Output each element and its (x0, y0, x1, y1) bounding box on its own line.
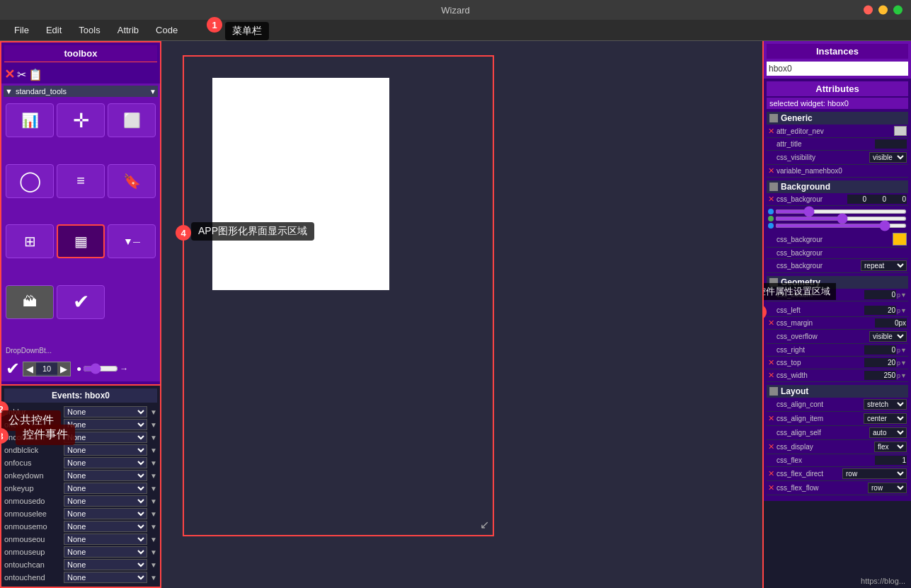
prop-bg-image: css_backgrour (767, 231, 908, 248)
spin-box[interactable]: ◀ 10 ▶ (23, 362, 71, 376)
toggle-attr-editor-nev[interactable] (894, 126, 907, 136)
event-row-onkeydown: onkeydown None ▼ (4, 469, 157, 482)
prop-x-css-display[interactable]: ✕ (768, 442, 777, 451)
prop-x-css-top[interactable]: ✕ (768, 358, 777, 367)
tool-list[interactable]: ≡ (57, 164, 105, 198)
event-select-onmouselee[interactable]: None (64, 508, 147, 519)
checkmark-icon[interactable]: ✔ (6, 359, 20, 379)
prop-x-css-align-item[interactable]: ✕ (768, 414, 777, 423)
canvas-frame[interactable]: ↙ (183, 55, 494, 536)
prop-select-css-display[interactable]: flexblockinlinenone (874, 442, 907, 452)
instances-section: Instances (764, 41, 911, 79)
prop-bg-b[interactable] (887, 195, 907, 204)
prop-unit-css-bottom: p▼ (897, 292, 907, 299)
prop-input-css-margin[interactable] (875, 318, 907, 328)
prop-x-bg-color[interactable]: ✕ (768, 195, 777, 204)
menu-file[interactable]: File (6, 22, 38, 38)
prop-select-css-visibility[interactable]: visiblehidden (869, 152, 907, 163)
instance-input[interactable] (767, 62, 908, 76)
prop-input-css-left[interactable] (864, 306, 896, 315)
event-select-onmouseou[interactable]: None (64, 534, 147, 545)
tool-rectangle[interactable]: ⬜ (108, 103, 156, 137)
spin-down[interactable]: ◀ (23, 362, 36, 376)
tool-grid2[interactable]: ▦ (57, 224, 105, 258)
section-layout-header[interactable]: Layout (767, 385, 908, 398)
prop-name-bg-color: css_backgrour (777, 195, 847, 203)
tool-cross[interactable]: ✛ (57, 103, 105, 137)
event-select-onkeyup[interactable]: None (64, 483, 147, 494)
prop-x-css-margin[interactable]: ✕ (768, 318, 777, 328)
event-select-onmouseup[interactable]: None (64, 546, 147, 558)
slider-input[interactable] (83, 363, 118, 374)
toolbox-dropdown[interactable]: ▼ standard_tools ▼ (4, 86, 158, 97)
color-swatch[interactable] (893, 233, 907, 246)
event-select-onmousedo[interactable]: None (64, 495, 147, 507)
canvas-white-area[interactable] (212, 78, 389, 290)
close-button[interactable] (864, 6, 873, 15)
prop-bg-g[interactable] (867, 195, 887, 204)
event-select-ondblclick[interactable]: None (64, 444, 147, 456)
prop-x-variable-name[interactable]: ✕ (768, 166, 777, 175)
menubar: File Edit Tools Attrib Code 1 菜单栏 (0, 20, 911, 41)
event-select-onblur[interactable]: None (64, 406, 147, 417)
event-select-ontouchcan[interactable]: None (64, 559, 147, 570)
event-select-onfocus[interactable]: None (64, 457, 147, 468)
menu-code[interactable]: Code (147, 22, 186, 38)
prop-css-flex: css_flex (767, 454, 908, 467)
prop-select-css-flex-flow[interactable]: rowcolumnwrap (868, 483, 907, 493)
prop-name-css-visibility: css_visibility (777, 154, 869, 161)
tool-image[interactable]: 🏔 (6, 285, 54, 319)
event-select-ontouchend[interactable]: None (64, 572, 147, 583)
event-name-ontouchend: ontouchend (4, 573, 61, 582)
copy-icon[interactable]: 📋 (28, 68, 42, 81)
event-select-oncontextm[interactable]: None (64, 432, 147, 443)
tool-check[interactable]: ✔ (57, 285, 105, 319)
events-title: Events: hbox0 (4, 388, 157, 403)
prop-bg-r[interactable] (847, 195, 867, 204)
tool-bar-chart[interactable]: 📊 (6, 103, 54, 137)
close-icon[interactable]: ✕ (4, 67, 15, 82)
event-select-onmousemo[interactable]: None (64, 521, 147, 532)
section-generic: Generic ✕ attr_editor_nev attr_title c (767, 112, 908, 178)
menu-tools[interactable]: Tools (70, 22, 108, 38)
prop-css-align-self: css_align_self autocenterstretch (767, 426, 908, 440)
window-controls[interactable] (864, 6, 903, 15)
menu-attrib[interactable]: Attrib (109, 22, 147, 38)
event-select-onkeydown[interactable]: None (64, 470, 147, 481)
prop-x-css-flex-flow[interactable]: ✕ (768, 483, 777, 492)
prop-input-attr-title[interactable] (875, 139, 907, 149)
scissors-icon[interactable]: ✂ (17, 68, 26, 81)
spin-value: 10 (36, 363, 57, 374)
section-background-header[interactable]: Background (767, 180, 908, 193)
prop-select-css-overflow[interactable]: visiblehiddenscrollauto (869, 331, 907, 342)
prop-input-css-bottom[interactable] (864, 290, 896, 299)
prop-select-css-align-item[interactable]: centerstretchflex-startflex-end (864, 413, 907, 424)
spin-up[interactable]: ▶ (57, 362, 70, 376)
prop-select-css-align-self[interactable]: autocenterstretch (869, 427, 907, 438)
prop-select-bg-repeat[interactable]: repeatno-repeatrepeat-xrepeat-y (861, 260, 907, 271)
maximize-button[interactable] (893, 6, 903, 15)
prop-input-css-right[interactable] (864, 345, 896, 354)
attributes-title: Attributes (767, 81, 908, 96)
section-generic-header[interactable]: Generic (767, 112, 908, 125)
menu-edit[interactable]: Edit (38, 22, 70, 38)
slider-blue2[interactable] (775, 224, 907, 228)
prop-x-css-width[interactable]: ✕ (768, 371, 777, 380)
event-row-onmousedo: onmousedo None ▼ (4, 495, 157, 507)
event-name-onmousedo: onmousedo (4, 497, 61, 505)
prop-x-attr-editor-nev[interactable]: ✕ (768, 127, 777, 136)
event-select-onclick[interactable]: None (64, 419, 147, 430)
tool-grid[interactable]: ⊞ (6, 224, 54, 258)
toggle-btn[interactable] (894, 126, 907, 136)
tool-circle[interactable]: ◯ (6, 164, 54, 198)
prop-select-css-flex-direct[interactable]: rowcolumnrow-reversecolumn-reverse (842, 468, 907, 479)
prop-input-css-width[interactable] (864, 371, 896, 380)
tool-dropdown[interactable]: ▼— (108, 224, 156, 258)
prop-select-css-align-cont[interactable]: stretchcenterflex-startflex-end (864, 399, 907, 410)
prop-x-css-flex-direct[interactable]: ✕ (768, 469, 777, 478)
prop-input-css-top[interactable] (864, 358, 896, 367)
instances-title: Instances (767, 44, 908, 59)
prop-input-css-flex[interactable] (875, 456, 907, 465)
tool-bookmark[interactable]: 🔖 (108, 164, 156, 198)
minimize-button[interactable] (878, 6, 888, 15)
